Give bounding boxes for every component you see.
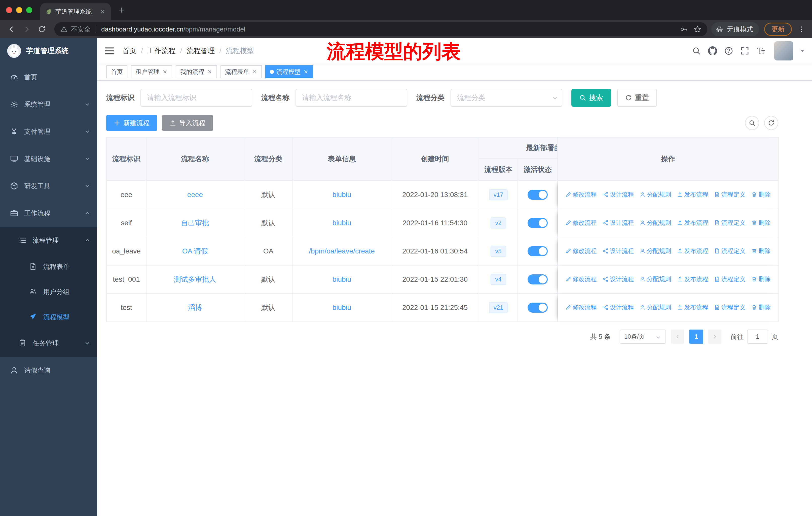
action-delete-link[interactable]: 删除 xyxy=(751,190,771,198)
security-warning-icon[interactable] xyxy=(60,26,67,33)
form-info-link[interactable]: biubiu xyxy=(293,266,391,294)
page-size-select[interactable]: 10条/页 xyxy=(620,330,666,344)
action-edit-link[interactable]: 修改流程 xyxy=(566,247,597,255)
action-assign-link[interactable]: 分配规则 xyxy=(640,247,671,255)
avatar-caret-icon[interactable] xyxy=(801,50,805,52)
form-info-link[interactable]: biubiu xyxy=(293,294,391,322)
action-edit-link[interactable]: 修改流程 xyxy=(566,190,597,198)
new-tab-button[interactable] xyxy=(116,4,127,16)
action-assign-link[interactable]: 分配规则 xyxy=(640,219,671,227)
form-info-link[interactable]: biubiu xyxy=(293,209,391,237)
close-icon[interactable] xyxy=(252,69,257,75)
action-definition-link[interactable]: 流程定义 xyxy=(714,219,746,227)
goto-page-input[interactable] xyxy=(747,330,768,344)
toggle-search-button[interactable] xyxy=(745,116,759,130)
action-design-link[interactable]: 设计流程 xyxy=(603,190,634,198)
github-icon[interactable] xyxy=(707,46,718,56)
tag-my-process[interactable]: 我的流程 xyxy=(176,65,217,78)
search-icon[interactable] xyxy=(691,46,702,56)
process-name-link[interactable]: 滔博 xyxy=(146,294,244,322)
process-name-link[interactable]: 自己审批 xyxy=(146,209,244,237)
action-edit-link[interactable]: 修改流程 xyxy=(566,303,597,311)
breadcrumb-item[interactable]: 工作流程 xyxy=(147,46,176,56)
close-icon[interactable] xyxy=(207,69,212,75)
action-design-link[interactable]: 设计流程 xyxy=(603,219,634,227)
back-icon[interactable] xyxy=(5,23,18,36)
action-delete-link[interactable]: 删除 xyxy=(751,275,771,283)
tag-process-model[interactable]: 流程模型 xyxy=(265,65,313,78)
sidebar-item-devtools[interactable]: 研发工具 xyxy=(0,172,97,199)
sidebar-item-task-mgmt[interactable]: 任务管理 xyxy=(0,330,97,357)
address-bar[interactable]: 不安全 dashboard.yudao.iocoder.cn/bpm/manag… xyxy=(54,22,707,36)
breadcrumb-item[interactable]: 首页 xyxy=(122,46,137,56)
action-definition-link[interactable]: 流程定义 xyxy=(714,247,746,255)
version-tag[interactable]: v5 xyxy=(491,246,506,257)
action-definition-link[interactable]: 流程定义 xyxy=(714,275,746,283)
browser-menu-icon[interactable] xyxy=(796,24,807,35)
form-info-link[interactable]: biubiu xyxy=(293,181,391,209)
update-button[interactable]: 更新 xyxy=(764,23,792,36)
action-assign-link[interactable]: 分配规则 xyxy=(640,303,671,311)
create-process-button[interactable]: 新建流程 xyxy=(106,115,157,131)
font-size-icon[interactable] xyxy=(756,46,766,56)
prev-page-button[interactable] xyxy=(671,330,684,344)
bookmark-star-icon[interactable] xyxy=(694,25,701,33)
reload-icon[interactable] xyxy=(35,23,48,36)
close-icon[interactable] xyxy=(303,69,309,75)
action-delete-link[interactable]: 删除 xyxy=(751,219,771,227)
search-button[interactable]: 搜索 xyxy=(571,89,611,107)
incognito-badge[interactable]: 无痕模式 xyxy=(711,22,759,36)
tag-tenant[interactable]: 租户管理 xyxy=(131,65,172,78)
action-definition-link[interactable]: 流程定义 xyxy=(714,303,746,311)
version-tag[interactable]: v2 xyxy=(491,217,506,228)
close-window-button[interactable] xyxy=(6,7,12,13)
key-icon[interactable] xyxy=(680,25,688,33)
sidebar-item-system[interactable]: 系统管理 xyxy=(0,91,97,118)
action-delete-link[interactable]: 删除 xyxy=(751,247,771,255)
sidebar-item-infra[interactable]: 基础设施 xyxy=(0,145,97,172)
action-publish-link[interactable]: 发布流程 xyxy=(677,303,708,311)
import-process-button[interactable]: 导入流程 xyxy=(162,115,213,131)
action-design-link[interactable]: 设计流程 xyxy=(603,247,634,255)
action-definition-link[interactable]: 流程定义 xyxy=(714,190,746,198)
form-info-link[interactable]: /bpm/oa/leave/create xyxy=(293,237,391,266)
fullscreen-icon[interactable] xyxy=(740,46,750,56)
action-publish-link[interactable]: 发布流程 xyxy=(677,247,708,255)
refresh-table-button[interactable] xyxy=(764,116,778,130)
zoom-window-button[interactable] xyxy=(26,7,32,13)
active-toggle[interactable] xyxy=(528,274,548,284)
active-toggle[interactable] xyxy=(528,218,548,228)
close-icon[interactable] xyxy=(162,69,168,75)
browser-tab[interactable]: 芋道管理系统 xyxy=(40,3,111,20)
version-tag[interactable]: v4 xyxy=(491,274,506,285)
minimize-window-button[interactable] xyxy=(16,7,22,13)
action-delete-link[interactable]: 删除 xyxy=(751,303,771,311)
active-toggle[interactable] xyxy=(528,190,548,200)
user-avatar[interactable] xyxy=(774,41,793,60)
action-design-link[interactable]: 设计流程 xyxy=(603,303,634,311)
process-id-input[interactable] xyxy=(141,89,252,107)
sidebar-item-process-model[interactable]: 流程模型 xyxy=(0,304,97,330)
url-text[interactable]: dashboard.yudao.iocoder.cn/bpm/manager/m… xyxy=(101,25,245,33)
collapse-sidebar-icon[interactable] xyxy=(105,47,114,55)
sidebar-item-user-group[interactable]: 用户分组 xyxy=(0,279,97,304)
sidebar-item-home[interactable]: 首页 xyxy=(0,63,97,91)
action-assign-link[interactable]: 分配规则 xyxy=(640,275,671,283)
version-tag[interactable]: v21 xyxy=(489,302,508,313)
process-name-link[interactable]: OA 请假 xyxy=(146,237,244,266)
tag-home[interactable]: 首页 xyxy=(106,65,127,78)
sidebar-item-payment[interactable]: 支付管理 xyxy=(0,118,97,145)
sidebar-item-process-mgmt[interactable]: 流程管理 xyxy=(0,227,97,254)
action-assign-link[interactable]: 分配规则 xyxy=(640,190,671,198)
active-toggle[interactable] xyxy=(528,246,548,256)
action-edit-link[interactable]: 修改流程 xyxy=(566,275,597,283)
action-publish-link[interactable]: 发布流程 xyxy=(677,219,708,227)
help-icon[interactable] xyxy=(723,46,734,56)
sidebar-item-process-form[interactable]: 流程表单 xyxy=(0,254,97,279)
sidebar-item-leave-query[interactable]: 请假查询 xyxy=(0,357,97,384)
tag-process-form[interactable]: 流程表单 xyxy=(221,65,262,78)
app-logo[interactable]: 芋道管理系统 xyxy=(0,38,97,63)
sidebar-item-workflow[interactable]: 工作流程 xyxy=(0,199,97,227)
process-name-link[interactable]: 测试多审批人 xyxy=(146,266,244,294)
action-publish-link[interactable]: 发布流程 xyxy=(677,275,708,283)
